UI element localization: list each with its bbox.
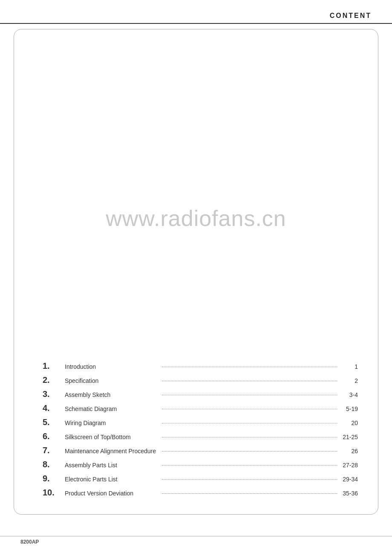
toc-item: 9.Electronic Parts List29-34 [43, 474, 358, 483]
toc-number: 7. [43, 446, 65, 455]
toc-dots [162, 437, 337, 437]
toc-item: 6.Silkscreen of Top/Bottom21-25 [43, 431, 358, 441]
toc-item: 2.Specification2 [43, 375, 358, 385]
toc-label: Specification [65, 377, 159, 384]
page: CONTENT www.radiofans.cn 1.Introduction1… [0, 0, 392, 550]
toc-label: Wiring Diagram [65, 420, 159, 426]
toc-number: 6. [43, 431, 65, 441]
toc-number: 5. [43, 417, 65, 427]
toc-dots [162, 465, 337, 466]
toc-page: 27-28 [341, 462, 358, 469]
toc-dots [162, 451, 337, 452]
toc-label: Schematic Diagram [65, 405, 159, 412]
toc-number: 2. [43, 375, 65, 385]
header-title: CONTENT [330, 12, 372, 20]
toc-page: 35-36 [341, 490, 358, 497]
footer-model: 8200AP [20, 539, 39, 545]
header: CONTENT [0, 0, 392, 24]
toc-page: 1 [341, 363, 358, 370]
toc-number: 4. [43, 403, 65, 413]
table-of-contents: 1.Introduction12.Specification23.Assembl… [43, 361, 358, 502]
toc-page: 2 [341, 377, 358, 384]
toc-dots [162, 493, 337, 494]
toc-page: 3-4 [341, 391, 358, 398]
toc-page: 26 [341, 448, 358, 454]
toc-dots [162, 395, 337, 395]
toc-page: 29-34 [341, 476, 358, 483]
toc-dots [162, 367, 337, 367]
toc-label: Assembly Sketch [65, 391, 159, 398]
toc-label: Electronic Parts List [65, 476, 159, 483]
toc-item: 4.Schematic Diagram5-19 [43, 403, 358, 413]
toc-label: Assembly Parts List [65, 462, 159, 469]
toc-number: 9. [43, 474, 65, 483]
main-content: www.radiofans.cn 1.Introduction12.Specif… [0, 24, 392, 536]
toc-item: 10.Product Version Deviation35-36 [43, 488, 358, 498]
toc-number: 3. [43, 389, 65, 399]
toc-item: 1.Introduction1 [43, 361, 358, 371]
toc-number: 8. [43, 460, 65, 469]
toc-item: 7.Maintenance Alignment Procedure26 [43, 446, 358, 455]
toc-number: 10. [43, 488, 65, 498]
toc-dots [162, 409, 337, 409]
toc-label: Maintenance Alignment Procedure [65, 448, 159, 454]
footer: 8200AP [0, 536, 392, 550]
toc-page: 21-25 [341, 434, 358, 440]
toc-page: 20 [341, 420, 358, 426]
toc-dots [162, 381, 337, 381]
toc-dots [162, 423, 337, 423]
toc-label: Product Version Deviation [65, 490, 159, 497]
toc-item: 3.Assembly Sketch3-4 [43, 389, 358, 399]
toc-dots [162, 479, 337, 480]
toc-number: 1. [43, 361, 65, 371]
toc-item: 8.Assembly Parts List27-28 [43, 460, 358, 469]
toc-label: Introduction [65, 363, 159, 370]
toc-page: 5-19 [341, 405, 358, 412]
toc-label: Silkscreen of Top/Bottom [65, 434, 159, 440]
watermark-text: www.radiofans.cn [106, 206, 286, 231]
toc-item: 5.Wiring Diagram20 [43, 417, 358, 427]
